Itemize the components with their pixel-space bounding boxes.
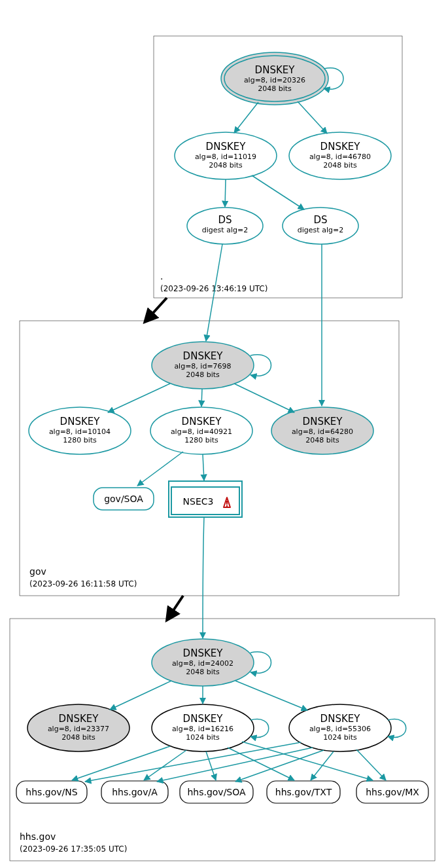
node-gov-zsk2: DNSKEY alg=8, id=40921 1280 bits [150, 407, 252, 454]
svg-text:DNSKEY: DNSKEY [320, 141, 361, 153]
node-hhs-rec3: hhs.gov/SOA [180, 781, 253, 803]
svg-text:1024 bits: 1024 bits [323, 733, 357, 742]
svg-text:1024 bits: 1024 bits [186, 733, 220, 742]
svg-text:DNSKEY: DNSKEY [182, 416, 222, 427]
zone-hhs-timestamp: (2023-09-26 17:35:05 UTC) [20, 844, 127, 854]
svg-text:alg=8, id=11019: alg=8, id=11019 [195, 153, 256, 161]
node-root-zsk2: DNSKEY alg=8, id=46780 2048 bits [289, 132, 391, 179]
svg-text:digest alg=2: digest alg=2 [202, 226, 248, 234]
svg-text:DNSKEY: DNSKEY [255, 64, 296, 76]
svg-text:DNSKEY: DNSKEY [303, 416, 343, 427]
zone-hhs-label: hhs.gov [20, 831, 56, 842]
node-gov-zsk3: DNSKEY alg=8, id=64280 2048 bits [271, 407, 373, 454]
svg-text:DNSKEY: DNSKEY [183, 350, 224, 362]
svg-text:!: ! [225, 499, 228, 509]
svg-text:DNSKEY: DNSKEY [59, 713, 99, 725]
svg-text:alg=8, id=64280: alg=8, id=64280 [292, 427, 353, 436]
node-root-ds2: DS digest alg=2 [283, 208, 358, 244]
svg-text:2048 bits: 2048 bits [258, 84, 292, 93]
svg-text:1280 bits: 1280 bits [63, 436, 97, 444]
svg-text:alg=8, id=24002: alg=8, id=24002 [172, 659, 233, 668]
svg-text:alg=8, id=10104: alg=8, id=10104 [49, 427, 111, 436]
node-gov-zsk1: DNSKEY alg=8, id=10104 1280 bits [29, 407, 131, 454]
node-root-zsk1: DNSKEY alg=8, id=11019 2048 bits [175, 132, 277, 179]
node-gov-soa: gov/SOA [94, 488, 154, 510]
node-hhs-rec5: hhs.gov/MX [356, 781, 428, 803]
dnssec-graph: . (2023-09-26 13:46:19 UTC) DNSKEY alg=8… [0, 0, 448, 868]
svg-text:digest alg=2: digest alg=2 [298, 226, 343, 234]
svg-text:alg=8, id=40921: alg=8, id=40921 [171, 427, 232, 436]
svg-text:2048 bits: 2048 bits [323, 161, 357, 170]
svg-text:hhs.gov/TXT: hhs.gov/TXT [275, 787, 332, 797]
svg-text:DNSKEY: DNSKEY [320, 713, 361, 725]
svg-text:DNSKEY: DNSKEY [60, 416, 101, 427]
svg-text:gov/SOA: gov/SOA [104, 494, 143, 504]
svg-text:NSEC3: NSEC3 [183, 496, 214, 507]
node-hhs-rec1: hhs.gov/NS [16, 781, 87, 803]
svg-text:alg=8, id=16216: alg=8, id=16216 [172, 725, 233, 733]
node-gov-nsec3: NSEC3 ! [169, 481, 242, 517]
svg-text:DNSKEY: DNSKEY [206, 141, 247, 153]
svg-text:2048 bits: 2048 bits [186, 371, 220, 379]
svg-text:2048 bits: 2048 bits [209, 161, 243, 170]
svg-text:DNSKEY: DNSKEY [183, 647, 224, 659]
svg-text:alg=8, id=7698: alg=8, id=7698 [174, 362, 231, 371]
svg-text:2048 bits: 2048 bits [305, 436, 339, 444]
node-root-ds1: DS digest alg=2 [187, 208, 263, 244]
svg-text:2048 bits: 2048 bits [186, 668, 220, 676]
node-gov-ksk: DNSKEY alg=8, id=7698 2048 bits [152, 342, 254, 389]
svg-text:alg=8, id=23377: alg=8, id=23377 [48, 725, 109, 733]
node-hhs-rec4: hhs.gov/TXT [267, 781, 340, 803]
svg-text:2048 bits: 2048 bits [61, 733, 95, 742]
zone-gov-label: gov [29, 566, 46, 577]
node-hhs-zsk3: DNSKEY alg=8, id=55306 1024 bits [289, 704, 391, 751]
svg-text:1280 bits: 1280 bits [184, 436, 218, 444]
zone-root-label: . [160, 271, 163, 281]
svg-text:alg=8, id=46780: alg=8, id=46780 [309, 153, 371, 161]
svg-text:DNSKEY: DNSKEY [183, 713, 224, 725]
node-hhs-zsk1: DNSKEY alg=8, id=23377 2048 bits [27, 704, 129, 751]
node-hhs-zsk2: DNSKEY alg=8, id=16216 1024 bits [152, 704, 254, 751]
node-hhs-rec2: hhs.gov/A [101, 781, 168, 803]
svg-text:hhs.gov/SOA: hhs.gov/SOA [187, 787, 246, 797]
svg-text:hhs.gov/A: hhs.gov/A [112, 787, 158, 797]
node-root-ksk: DNSKEY alg=8, id=20326 2048 bits [221, 52, 328, 105]
svg-text:DS: DS [313, 214, 327, 226]
zone-gov-timestamp: (2023-09-26 16:11:58 UTC) [29, 579, 137, 588]
svg-text:hhs.gov/NS: hhs.gov/NS [26, 787, 77, 797]
svg-text:DS: DS [218, 214, 232, 226]
svg-text:hhs.gov/MX: hhs.gov/MX [366, 787, 419, 797]
node-hhs-ksk: DNSKEY alg=8, id=24002 2048 bits [152, 639, 254, 686]
svg-text:alg=8, id=55306: alg=8, id=55306 [309, 725, 371, 733]
svg-text:alg=8, id=20326: alg=8, id=20326 [244, 76, 305, 84]
